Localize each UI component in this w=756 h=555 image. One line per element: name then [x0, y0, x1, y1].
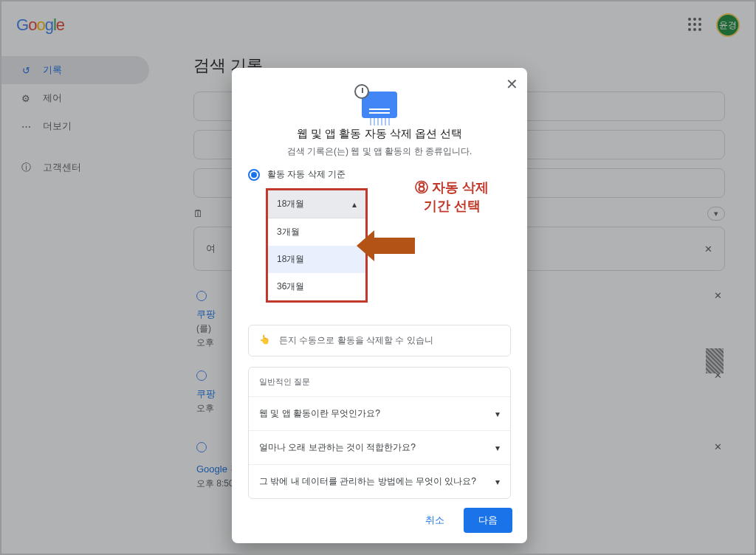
- cancel-button[interactable]: 취소: [410, 508, 459, 533]
- faq-item[interactable]: 그 밖에 내 데이터를 관리하는 방법에는 무엇이 있나요? ▾: [249, 465, 510, 498]
- chevron-down-icon: ▾: [495, 443, 500, 453]
- faq-item[interactable]: 얼마나 오래 보관하는 것이 적합한가요? ▾: [249, 431, 510, 465]
- radio-checked-icon: [248, 169, 260, 181]
- radio-label: 활동 자동 삭제 기준: [267, 168, 346, 181]
- touch-icon: 👆: [259, 334, 270, 347]
- radio-unchecked-icon: [248, 238, 260, 249]
- dropdown-option-3m[interactable]: 3개월: [268, 218, 365, 246]
- chevron-down-icon: ▾: [495, 477, 500, 487]
- dialog-close-button[interactable]: ✕: [506, 75, 518, 93]
- dialog-subtitle: 검색 기록은(는) 웹 및 앱 활동의 한 종류입니다.: [232, 145, 527, 158]
- shredder-icon: [232, 92, 527, 118]
- faq-item[interactable]: 웹 및 앱 활동이란 무엇인가요? ▾: [249, 397, 510, 431]
- chevron-down-icon: ▾: [495, 409, 500, 419]
- auto-delete-dialog: ✕ 웹 및 앱 활동 자동 삭제 옵션 선택 검색 기록은(는) 웹 및 앱 활…: [232, 68, 527, 543]
- annotation-label: ⑧ 자동 삭제 기간 선택: [415, 179, 489, 216]
- dropdown-selected[interactable]: 18개월 ▴: [268, 190, 365, 218]
- annotation-arrow: [374, 238, 415, 254]
- hint-row: 👆 든지 수동으로 활동을 삭제할 수 있습니: [248, 325, 511, 356]
- dialog-title: 웹 및 앱 활동 자동 삭제 옵션 선택: [232, 127, 527, 141]
- faq-heading: 일반적인 질문: [249, 368, 510, 397]
- next-button[interactable]: 다음: [464, 508, 512, 533]
- chevron-up-icon: ▴: [352, 199, 357, 210]
- faq-section: 일반적인 질문 웹 및 앱 활동이란 무엇인가요? ▾ 얼마나 오래 보관하는 …: [248, 367, 511, 499]
- hint-text: 든지 수동으로 활동을 삭제할 수 있습니: [279, 334, 433, 347]
